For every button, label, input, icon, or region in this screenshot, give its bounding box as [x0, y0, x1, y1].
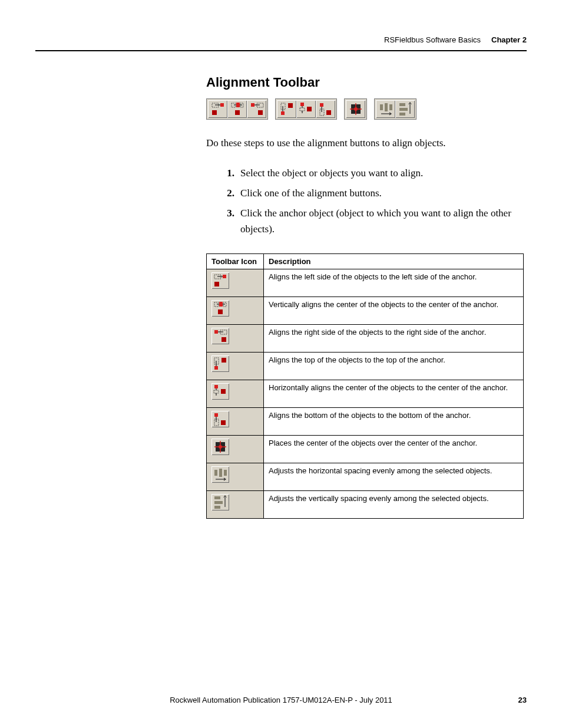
- align-center-h-icon: [213, 384, 227, 398]
- svg-rect-31: [380, 104, 383, 110]
- table-header-icon: Toolbar Icon: [207, 254, 264, 269]
- align-top-button[interactable]: [277, 100, 296, 118]
- intro-text: Do these steps to use the alignment butt…: [206, 136, 524, 150]
- toolbar-group: [344, 98, 367, 120]
- align-left-icon: [213, 274, 227, 288]
- space-horizontal-button[interactable]: [376, 100, 395, 118]
- step-text: Click one of the alignment buttons.: [240, 186, 382, 201]
- icon-cell: [207, 353, 264, 380]
- page-number: 23: [518, 696, 527, 704]
- align-bottom-button: [211, 411, 229, 427]
- header-breadcrumb: RSFieldbus Software Basics: [384, 35, 481, 44]
- svg-rect-13: [258, 110, 263, 115]
- align-bottom-button[interactable]: [316, 100, 335, 118]
- align-center-v-icon: [230, 102, 244, 116]
- svg-point-30: [354, 107, 358, 111]
- svg-rect-32: [385, 103, 388, 111]
- icon-cell: [207, 463, 264, 491]
- svg-rect-70: [214, 470, 217, 476]
- svg-rect-72: [224, 470, 227, 476]
- align-center-h-button[interactable]: [296, 100, 316, 118]
- svg-rect-42: [214, 282, 219, 286]
- step-number: 2.: [224, 186, 234, 201]
- step-item: 3.Click the anchor object (object to whi…: [224, 206, 524, 237]
- toolbar-group: [206, 98, 268, 120]
- align-bottom-icon: [213, 412, 227, 426]
- svg-rect-23: [320, 103, 323, 107]
- svg-rect-52: [222, 337, 226, 342]
- align-center-both-icon: [349, 102, 363, 116]
- align-right-button[interactable]: [247, 100, 266, 118]
- svg-rect-41: [223, 275, 226, 278]
- description-cell: Aligns the top of the objects to the top…: [264, 353, 524, 380]
- space-horizontal-icon: [213, 467, 227, 482]
- table-row: Aligns the right side of the objects to …: [207, 325, 524, 353]
- svg-rect-74: [214, 496, 220, 499]
- header-rule: [35, 50, 527, 51]
- section-title: Alignment Toolbar: [206, 75, 524, 90]
- align-left-button[interactable]: [208, 100, 227, 118]
- toolbar-description-table: Toolbar Icon Description Aligns the left…: [206, 253, 524, 519]
- table-row: Adjusts the horizontal spacing evenly am…: [207, 463, 524, 491]
- description-cell: Vertically aligns the center of the obje…: [264, 297, 524, 325]
- icon-cell: [207, 436, 264, 463]
- header-chapter: Chapter 2: [491, 35, 527, 44]
- svg-point-69: [219, 445, 222, 449]
- svg-rect-6: [236, 103, 240, 107]
- step-item: 1.Select the object or objects you want …: [224, 166, 524, 181]
- align-top-icon: [280, 102, 294, 116]
- svg-rect-26: [326, 110, 331, 115]
- table-row: Aligns the bottom of the objects to the …: [207, 408, 524, 436]
- align-center-h-button: [211, 383, 229, 400]
- steps-list: 1.Select the object or objects you want …: [224, 166, 524, 237]
- align-center-h-icon: [299, 102, 313, 116]
- space-vertical-button[interactable]: [395, 100, 415, 118]
- space-vertical-icon: [213, 495, 227, 509]
- svg-rect-56: [222, 358, 226, 363]
- svg-rect-17: [288, 103, 293, 108]
- svg-rect-62: [214, 413, 218, 417]
- align-left-icon: [211, 102, 225, 116]
- svg-rect-55: [214, 366, 218, 370]
- svg-rect-71: [219, 469, 222, 477]
- svg-rect-18: [300, 103, 304, 106]
- description-cell: Aligns the right side of the objects to …: [264, 325, 524, 353]
- svg-rect-65: [221, 420, 226, 425]
- toolbar-group: [374, 98, 416, 120]
- step-number: 1.: [224, 166, 234, 181]
- align-center-v-button[interactable]: [227, 100, 247, 118]
- align-right-icon: [213, 329, 227, 343]
- svg-rect-22: [307, 107, 312, 111]
- icon-cell: [207, 297, 264, 325]
- table-row: Adjusts the vertically spacing evenly am…: [207, 491, 524, 519]
- svg-rect-45: [219, 302, 223, 307]
- svg-rect-16: [281, 111, 285, 115]
- icon-cell: [207, 269, 264, 297]
- table-row: Places the center of the objects over th…: [207, 436, 524, 463]
- icon-cell: [207, 325, 264, 353]
- align-top-icon: [213, 357, 227, 371]
- align-center-both-button: [211, 439, 229, 455]
- table-header-desc: Description: [264, 254, 524, 269]
- alignment-toolbar: [206, 98, 524, 120]
- table-row: Aligns the top of the objects to the top…: [207, 353, 524, 380]
- align-center-both-button[interactable]: [346, 100, 365, 118]
- svg-rect-48: [218, 309, 223, 314]
- svg-rect-76: [214, 506, 220, 509]
- svg-rect-33: [389, 104, 392, 110]
- icon-cell: [207, 408, 264, 436]
- align-center-v-button: [211, 300, 229, 317]
- description-cell: Aligns the bottom of the objects to the …: [264, 408, 524, 436]
- step-item: 2.Click one of the alignment buttons.: [224, 186, 524, 201]
- description-cell: Places the center of the objects over th…: [264, 436, 524, 463]
- svg-rect-20: [300, 108, 305, 111]
- table-row: Aligns the left side of the objects to t…: [207, 269, 524, 297]
- table-row: Horizontally aligns the center of the ob…: [207, 380, 524, 408]
- align-left-button: [211, 272, 229, 289]
- align-right-icon: [250, 102, 264, 116]
- description-cell: Horizontally aligns the center of the ob…: [264, 380, 524, 408]
- toolbar-group: [275, 98, 337, 120]
- align-bottom-icon: [319, 102, 333, 116]
- icon-cell: [207, 491, 264, 519]
- svg-rect-75: [214, 501, 223, 504]
